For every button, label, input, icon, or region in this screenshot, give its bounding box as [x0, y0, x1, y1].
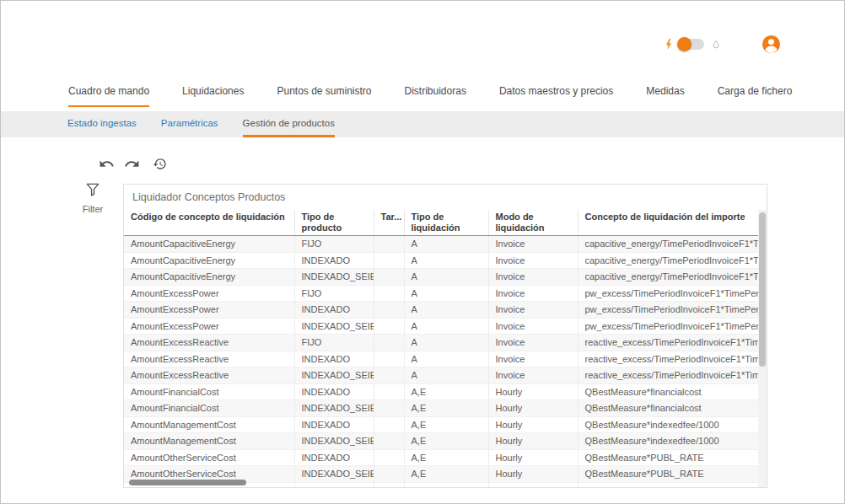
- table-cell: A: [404, 236, 488, 253]
- products-table-card: Liquidador Conceptos Productos Código de…: [123, 184, 767, 488]
- table-row[interactable]: AmountManagementCostINDEXADO_SEIEA,EHour…: [124, 433, 758, 450]
- table-cell: INDEXADO: [294, 482, 374, 487]
- table-cell: Hourly: [488, 433, 578, 450]
- products-table: Código de concepto de liquidaciónTipo de…: [124, 210, 758, 487]
- table-cell: AmountCapacitiveEnergy: [124, 236, 294, 253]
- undo-icon[interactable]: [99, 156, 115, 172]
- vertical-scrollbar-thumb[interactable]: [759, 212, 766, 367]
- redo-icon[interactable]: [124, 156, 140, 172]
- table-cell: A: [404, 367, 488, 384]
- table-row[interactable]: AmountCapacitiveEnergyFIJOAInvoicecapaci…: [124, 236, 758, 253]
- nav-tab-cuadro-de-mando[interactable]: Cuadro de mando: [68, 85, 149, 107]
- table-cell: AmountOtherServiceCost: [124, 449, 294, 466]
- nav-tab-distribuidoras[interactable]: Distribuidoras: [405, 85, 466, 107]
- table-wrap: Código de concepto de liquidaciónTipo de…: [124, 210, 758, 487]
- history-restore-icon[interactable]: [153, 157, 167, 171]
- table-cell: [374, 302, 404, 319]
- toolbar: [99, 156, 167, 172]
- table-cell: [374, 449, 404, 466]
- table-cell: capacitive_energy/TimePeriodInvoiceF1*Ti…: [578, 236, 758, 253]
- nav-tab-liquidaciones[interactable]: Liquidaciones: [182, 85, 244, 107]
- table-cell: INDEXADO_SEIE: [294, 466, 374, 483]
- table-cell: Invoice: [488, 302, 578, 319]
- nav-tab-carga-de-fichero[interactable]: Carga de fichero: [718, 85, 793, 107]
- table-cell: Invoice: [488, 367, 578, 384]
- main-nav: Cuadro de mandoLiquidacionesPuntos de su…: [68, 85, 792, 107]
- table-cell: capacitive_energy/TimePeriodInvoiceF1*Ti…: [578, 252, 758, 269]
- table-row[interactable]: AmountExcessPowerINDEXADOAInvoicepw_exce…: [124, 302, 758, 319]
- table-row[interactable]: AmountCapacitiveEnergyINDEXADO_SEIEAInvo…: [124, 269, 758, 286]
- table-cell: Invoice: [488, 269, 578, 286]
- user-account-icon[interactable]: [762, 35, 781, 54]
- column-header-tipo-de-liquidacion[interactable]: Tipo de liquidación: [404, 210, 488, 236]
- table-cell: [374, 383, 404, 400]
- table-row[interactable]: AmountExcessPowerINDEXADO_SEIEAInvoicepw…: [124, 318, 758, 335]
- table-cell: [374, 433, 404, 450]
- table-cell: [374, 318, 404, 335]
- table-cell: INDEXADO: [294, 302, 374, 319]
- horizontal-scrollbar-thumb[interactable]: [129, 480, 246, 485]
- table-cell: reactive_excess/TimePeriodInvoiceF1*Time…: [578, 335, 758, 351]
- table-row[interactable]: AmountFinancialCostINDEXADO_SEIEA,EHourl…: [124, 400, 758, 417]
- table-cell: QBestMeasure*financialcost: [578, 383, 758, 400]
- table-cell: [374, 351, 404, 367]
- subnav-tab-gestion-de-productos[interactable]: Gestión de productos: [243, 111, 335, 137]
- table-cell: INDEXADO_SEIE: [294, 367, 374, 384]
- table-cell: [374, 335, 404, 351]
- filter-control[interactable]: Filter: [78, 181, 107, 214]
- commodity-toggle[interactable]: [679, 39, 704, 50]
- nav-tab-medidas[interactable]: Medidas: [646, 85, 684, 107]
- table-cell: AmountExcessPower: [124, 302, 294, 319]
- nav-tab-datos-maestros-y-precios[interactable]: Datos maestros y precios: [499, 85, 613, 107]
- table-cell: INDEXADO_SEIE: [294, 269, 374, 286]
- table-row[interactable]: AmountFinancialCostINDEXADOA,EHourlyQBes…: [124, 383, 758, 400]
- table-cell: INDEXADO: [294, 449, 374, 466]
- table-cell: pw_excess/TimePeriodInvoiceF1*TimePeriod…: [578, 302, 758, 319]
- table-cell: QBestMeasure*indexedfee/1000: [578, 416, 758, 433]
- table-row[interactable]: AmountCapacitiveEnergyINDEXADOAInvoiceca…: [124, 252, 758, 269]
- table-cell: A,E: [404, 466, 488, 483]
- table-row[interactable]: AmountExcessReactiveINDEXADOAInvoicereac…: [124, 351, 758, 367]
- subnav-tab-parametricas[interactable]: Paramétricas: [161, 111, 218, 137]
- column-header-concepto-de-liquidacion-del-importe[interactable]: Concepto de liquidación del importe: [578, 210, 758, 236]
- table-cell: A,E: [404, 400, 488, 417]
- topbar-controls: [664, 35, 781, 54]
- table-cell: [374, 400, 404, 417]
- nav-tab-puntos-de-suministro[interactable]: Puntos de suministro: [277, 85, 371, 107]
- table-cell: A,E: [404, 416, 488, 433]
- table-cell: [374, 416, 404, 433]
- table-title: Liquidador Conceptos Productos: [124, 185, 767, 203]
- electricity-bolt-icon: [664, 37, 675, 51]
- table-cell: A: [404, 318, 488, 335]
- table-row[interactable]: AmountExcessReactiveFIJOAInvoicereactive…: [124, 335, 758, 351]
- subnav-tab-estado-ingestas[interactable]: Estado ingestas: [67, 111, 137, 137]
- table-cell: QBestMeasure*PUBL_RATE: [578, 466, 758, 483]
- sub-nav: Estado ingestasParamétricasGestión de pr…: [1, 111, 844, 137]
- table-cell: A: [404, 302, 488, 319]
- table-row[interactable]: AmountOtherServiceCostINDEXADOA,EHourlyQ…: [124, 449, 758, 466]
- column-header-tipo-de-producto[interactable]: Tipo de producto: [294, 210, 374, 236]
- table-row[interactable]: AmountExcessPowerFIJOAInvoicepw_excess/T…: [124, 285, 758, 302]
- column-header-modo-de-liquidacion[interactable]: Modo de liquidación: [488, 210, 578, 236]
- table-cell: AmountExcessReactive: [124, 367, 294, 384]
- table-cell: AmountExcessReactive: [124, 351, 294, 367]
- table-cell: FIJO: [294, 236, 374, 253]
- table-cell: FIJO: [294, 285, 374, 302]
- table-cell: Hourly: [488, 416, 578, 433]
- vertical-scrollbar[interactable]: [758, 210, 767, 487]
- table-cell: Hourly: [488, 400, 578, 417]
- column-header-codigo-de-concepto-de-liquidacion[interactable]: Código de concepto de liquidación: [124, 210, 294, 236]
- column-header-tar[interactable]: Tar...: [374, 210, 404, 236]
- water-drop-icon: [711, 38, 721, 51]
- table-cell: INDEXADO_SEIE: [294, 318, 374, 335]
- table-cell: AmountExcessPower: [124, 318, 294, 335]
- table-row[interactable]: AmountManagementCostINDEXADOA,EHourlyQBe…: [124, 416, 758, 433]
- table-cell: Hourly: [488, 482, 578, 487]
- table-cell: Hourly: [488, 466, 578, 483]
- table-cell: Invoice: [488, 351, 578, 367]
- table-cell: pw_excess/TimePeriodInvoiceF1*TimePeriod…: [578, 318, 758, 335]
- commodity-toggle-knob[interactable]: [677, 37, 692, 51]
- table-cell: capacitive_energy/TimePeriodInvoiceF1*Ti…: [578, 269, 758, 286]
- table-cell: FIJO: [294, 335, 374, 351]
- table-row[interactable]: AmountExcessReactiveINDEXADO_SEIEAInvoic…: [124, 367, 758, 384]
